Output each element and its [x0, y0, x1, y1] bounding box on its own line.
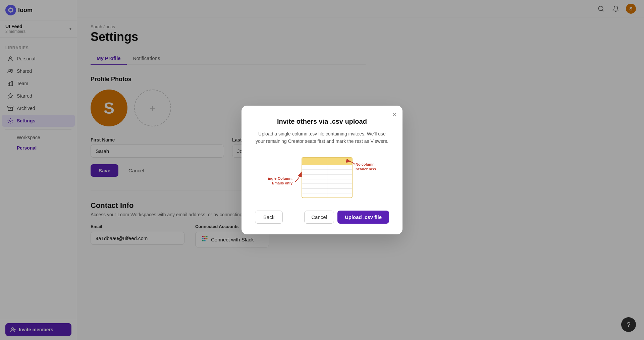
- csv-upload-modal: × Invite others via .csv upload Upload a…: [241, 106, 402, 235]
- csv-illustration: Single-Column, Emails only No column hea…: [255, 154, 389, 201]
- back-button[interactable]: Back: [255, 211, 283, 224]
- modal-actions: Back Cancel Upload .csv file: [255, 211, 389, 224]
- upload-csv-button[interactable]: Upload .csv file: [337, 211, 389, 224]
- svg-text:Emails only: Emails only: [272, 181, 293, 185]
- modal-overlay: × Invite others via .csv upload Upload a…: [0, 0, 644, 340]
- svg-text:Single-Column,: Single-Column,: [268, 176, 292, 180]
- modal-description: Upload a single-column .csv file contain…: [255, 130, 389, 145]
- svg-text:header needed: header needed: [356, 167, 376, 171]
- modal-title: Invite others via .csv upload: [255, 118, 389, 125]
- svg-text:No column: No column: [356, 162, 375, 166]
- cancel-modal-button[interactable]: Cancel: [304, 211, 334, 224]
- modal-close-button[interactable]: ×: [392, 111, 396, 118]
- modal-right-actions: Cancel Upload .csv file: [304, 211, 389, 224]
- csv-diagram: Single-Column, Emails only No column hea…: [268, 154, 376, 201]
